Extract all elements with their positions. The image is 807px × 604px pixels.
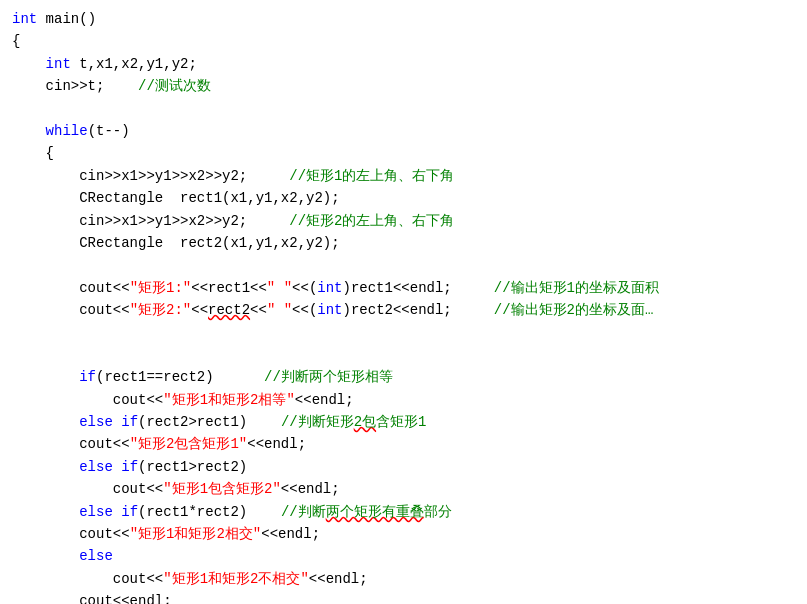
code-container: int main() { int t,x1,x2,y1,y2; cin>>t; …: [0, 0, 807, 604]
code-line: {: [12, 30, 795, 52]
code-line: CRectangle rect1(x1,y1,x2,y2);: [12, 187, 795, 209]
code-line: cout<<"矩形2:"<<rect2<<" "<<(int)rect2<<en…: [12, 299, 795, 321]
code-line: cin>>x1>>y1>>x2>>y2; //矩形1的左上角、右下角: [12, 165, 795, 187]
keyword-int: int: [12, 11, 37, 27]
code-line: cout<<"矩形1:"<<rect1<<" "<<(int)rect1<<en…: [12, 277, 795, 299]
code-line: else: [12, 545, 795, 567]
code-line: [12, 321, 795, 343]
code-line: else if(rect1>rect2): [12, 456, 795, 478]
code-line: cout<<"矩形1和矩形2相交"<<endl;: [12, 523, 795, 545]
code-line: cout<<"矩形1包含矩形2"<<endl;: [12, 478, 795, 500]
code-line: cin>>x1>>y1>>x2>>y2; //矩形2的左上角、右下角: [12, 210, 795, 232]
code-line: else if(rect1*rect2) //判断两个矩形有重叠部分: [12, 501, 795, 523]
code-line: if(rect1==rect2) //判断两个矩形相等: [12, 366, 795, 388]
code-line: while(t--): [12, 120, 795, 142]
code-line: CRectangle rect2(x1,y1,x2,y2);: [12, 232, 795, 254]
code-line: cin>>t; //测试次数: [12, 75, 795, 97]
code-line: cout<<"矩形2包含矩形1"<<endl;: [12, 433, 795, 455]
code-line: [12, 344, 795, 366]
code-line: cout<<endl;: [12, 590, 795, 604]
code-line: int main(): [12, 8, 795, 30]
code-line: [12, 98, 795, 120]
code-line: [12, 254, 795, 276]
code-line: cout<<"矩形1和矩形2相等"<<endl;: [12, 389, 795, 411]
code-line: cout<<"矩形1和矩形2不相交"<<endl;: [12, 568, 795, 590]
code-line: int t,x1,x2,y1,y2;: [12, 53, 795, 75]
code-line: else if(rect2>rect1) //判断矩形2包含矩形1: [12, 411, 795, 433]
code-line: {: [12, 142, 795, 164]
